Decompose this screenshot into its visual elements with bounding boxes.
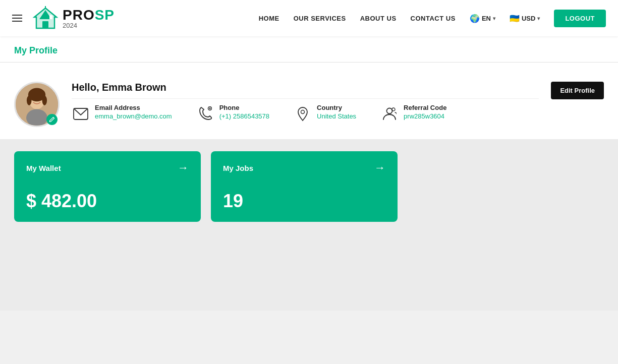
svg-point-10 — [42, 96, 47, 105]
jobs-value: 19 — [223, 191, 385, 212]
lang-flag: 🌍 — [470, 14, 480, 23]
wallet-card[interactable]: My Wallet → $ 482.00 — [14, 151, 201, 222]
logo-pro: PRO — [63, 7, 95, 23]
email-label: Email Address — [95, 104, 172, 111]
referral-field-group: Referral Code prw285w3604 — [380, 104, 446, 123]
nav-about-us[interactable]: ABOUT US — [360, 15, 397, 22]
email-icon — [72, 105, 90, 123]
email-value: emma_brown@demo.com — [95, 112, 172, 120]
logo-text: PROSP 2024 — [63, 8, 115, 29]
header: PROSP 2024 HOME OUR SERVICES ABOUT US CO… — [0, 0, 618, 36]
avatar-edit-badge[interactable] — [46, 114, 58, 125]
svg-point-9 — [27, 96, 32, 105]
profile-info: Hello, Emma Brown Email Address emma_bro… — [72, 82, 539, 123]
location-icon — [294, 105, 312, 123]
jobs-card-header: My Jobs → — [223, 161, 385, 174]
country-value: United States — [317, 112, 356, 120]
referral-text: Referral Code prw285w3604 — [404, 104, 446, 120]
main-nav: HOME OUR SERVICES ABOUT US CONTACT US 🌍 … — [259, 10, 606, 27]
lang-chevron: ▾ — [493, 16, 495, 21]
svg-rect-5 — [49, 15, 52, 19]
hamburger-menu[interactable] — [12, 15, 22, 22]
currency-code: USD — [522, 15, 535, 22]
phone-value: (+1) 2586543578 — [219, 112, 269, 120]
logo[interactable]: PROSP 2024 — [32, 5, 115, 31]
jobs-arrow: → — [374, 161, 385, 174]
referral-label: Referral Code — [404, 104, 446, 111]
currency-chevron: ▾ — [537, 16, 540, 21]
country-text: Country United States — [317, 104, 356, 120]
currency-selector[interactable]: 🇺🇦 USD ▾ — [510, 14, 540, 23]
logout-button[interactable]: LOGOUT — [554, 10, 606, 27]
country-label: Country — [317, 104, 356, 111]
svg-point-19 — [387, 108, 392, 114]
email-text: Email Address emma_brown@demo.com — [95, 104, 172, 120]
svg-point-18 — [301, 110, 305, 114]
currency-flag: 🇺🇦 — [510, 14, 520, 23]
avatar-container — [14, 82, 60, 127]
language-selector[interactable]: 🌍 EN ▾ — [470, 14, 495, 23]
section-divider — [0, 62, 618, 63]
phone-icon — [196, 105, 214, 123]
svg-point-11 — [26, 109, 47, 127]
logo-year: 2024 — [63, 22, 115, 29]
wallet-arrow: → — [178, 161, 189, 174]
wallet-title: My Wallet — [26, 164, 61, 172]
edit-profile-button[interactable]: Edit Profile — [551, 82, 604, 99]
page-title: My Profile — [14, 45, 604, 56]
gray-section: My Wallet → $ 482.00 My Jobs → 19 — [0, 139, 618, 311]
referral-icon — [380, 105, 399, 123]
referral-value: prw285w3604 — [404, 112, 446, 120]
phone-label: Phone — [219, 104, 269, 111]
phone-field-group: Phone (+1) 2586543578 — [196, 104, 269, 123]
phone-text: Phone (+1) 2586543578 — [219, 104, 269, 120]
svg-point-20 — [392, 108, 395, 111]
logo-sp: SP — [95, 7, 115, 23]
profile-greeting: Hello, Emma Brown — [72, 82, 539, 99]
jobs-title: My Jobs — [223, 164, 253, 172]
nav-our-services[interactable]: OUR SERVICES — [294, 15, 346, 22]
profile-card: Hello, Emma Brown Email Address emma_bro… — [0, 68, 618, 139]
jobs-card[interactable]: My Jobs → 19 — [211, 151, 398, 222]
wallet-value: $ 482.00 — [26, 191, 189, 212]
country-field-group: Country United States — [294, 104, 356, 123]
wallet-card-header: My Wallet → — [26, 161, 189, 174]
nav-contact-us[interactable]: CONTACT US — [411, 15, 456, 22]
profile-fields: Email Address emma_brown@demo.com — [72, 104, 539, 123]
nav-home[interactable]: HOME — [259, 15, 279, 22]
header-left: PROSP 2024 — [12, 5, 115, 31]
email-field-group: Email Address emma_brown@demo.com — [72, 104, 172, 123]
my-profile-section: My Profile — [0, 36, 618, 68]
cards-row: My Wallet → $ 482.00 My Jobs → 19 — [14, 151, 604, 222]
logo-icon — [32, 5, 59, 31]
lang-code: EN — [482, 15, 491, 22]
page-content: My Profile — [0, 36, 618, 311]
svg-point-13 — [39, 99, 41, 101]
svg-point-12 — [33, 99, 35, 101]
svg-rect-2 — [42, 21, 48, 28]
